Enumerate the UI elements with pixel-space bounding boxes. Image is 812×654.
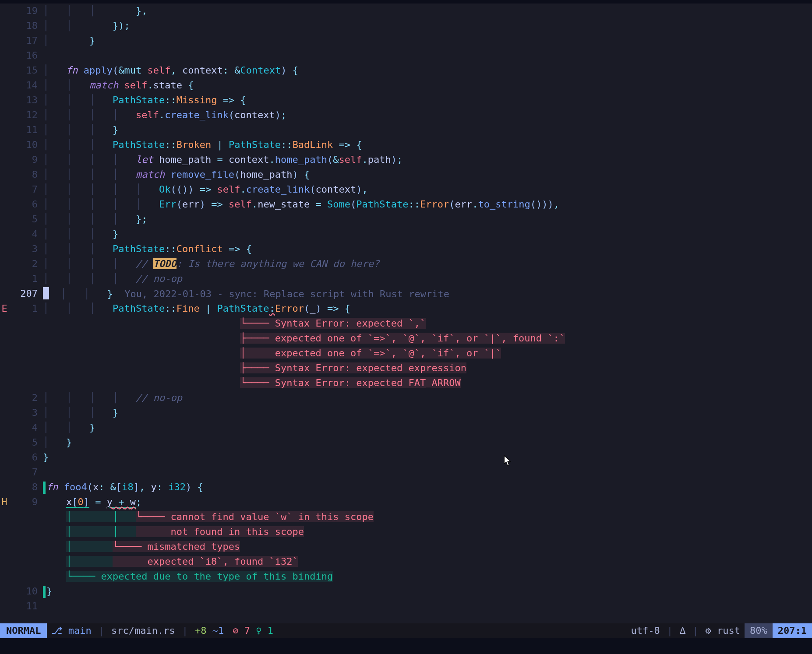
code-line[interactable]: 4│ │ │ } — [0, 227, 812, 242]
code-line[interactable]: └──── expected due to the type of this b… — [0, 569, 812, 584]
code-line[interactable]: 18│ │ }); — [0, 18, 812, 33]
code-line[interactable]: 1│ │ │ │ // no-op — [0, 271, 812, 286]
code-content[interactable]: x[0] = y + w; — [43, 495, 812, 510]
code-line[interactable]: 4│ │ } — [0, 420, 812, 435]
code-content[interactable]: │ │ │ │ let home_path = context.home_pat… — [43, 152, 812, 167]
code-content[interactable]: │ │ │ PathState::Broken | PathState::Bad… — [43, 137, 812, 152]
code-content[interactable]: │ │ not found in this scope — [43, 524, 812, 539]
code-line[interactable]: 3│ │ │ PathState::Conflict => { — [0, 242, 812, 257]
code-content[interactable]: └──── Syntax Error: expected FAT_ARROW — [43, 376, 812, 390]
code-content[interactable]: │ fn apply(&mut self, context: &Context)… — [43, 63, 812, 78]
code-content[interactable]: │ │ │ │ // TODO: Is there anything we CA… — [43, 257, 812, 271]
code-line[interactable]: │ │ └──── cannot find value `w` in this … — [0, 510, 812, 524]
line-number: 12 — [9, 108, 43, 123]
code-content[interactable] — [43, 465, 812, 480]
code-content[interactable]: │ │ │ } — [43, 123, 812, 137]
git-branch: ⎇ main — [47, 623, 95, 638]
line-number: 14 — [9, 78, 43, 93]
code-content[interactable]: │ │ └──── cannot find value `w` in this … — [43, 510, 812, 524]
code-line[interactable]: 5│ } — [0, 435, 812, 450]
code-line[interactable]: 6} — [0, 450, 812, 465]
code-content[interactable]: │ │ } — [43, 420, 812, 435]
code-content[interactable]: │ │ │ } — [43, 227, 812, 242]
code-line[interactable]: ├──── Syntax Error: expected expression — [0, 361, 812, 376]
code-line[interactable]: 11│ │ │ } — [0, 123, 812, 137]
code-line[interactable]: 2│ │ │ │ // TODO: Is there anything we C… — [0, 257, 812, 271]
code-content[interactable]: } — [43, 450, 812, 465]
code-line[interactable]: H9 x[0] = y + w; — [0, 495, 812, 510]
code-line[interactable]: E1│ │ │ PathState::Fine | PathState:Erro… — [0, 301, 812, 316]
code-content[interactable]: │ │ │ │ │ Ok(()) => self.create_link(con… — [43, 182, 812, 197]
code-content[interactable]: │ │ │ PathState::Conflict => { — [43, 242, 812, 257]
code-line[interactable]: 5│ │ │ │ }; — [0, 212, 812, 227]
code-line[interactable]: │ expected `i8`, found `i32` — [0, 554, 812, 569]
code-content[interactable]: │ │ │ }, — [43, 4, 812, 18]
code-content[interactable]: fn foo4(x: &[i8], y: i32) { — [43, 480, 812, 495]
code-content[interactable]: │ │ } You, 2022-01-03 - sync: Replace sc… — [43, 286, 812, 301]
code-content[interactable]: ├──── expected one of `=>`, `@`, `if`, o… — [43, 331, 812, 346]
code-content[interactable] — [43, 48, 812, 63]
sign-column — [0, 93, 9, 108]
code-line[interactable]: │ │ not found in this scope — [0, 524, 812, 539]
editor-window: 19│ │ │ },18│ │ });17│ }1615│ fn apply(&… — [0, 0, 812, 654]
code-content[interactable]: │ └──── mismatched types — [43, 539, 812, 554]
code-content[interactable]: │ │ │ │ }; — [43, 212, 812, 227]
code-line[interactable]: 10│ │ │ PathState::Broken | PathState::B… — [0, 137, 812, 152]
code-line[interactable]: 17│ } — [0, 33, 812, 48]
code-line[interactable]: 11 — [0, 599, 812, 614]
code-content[interactable]: } — [43, 584, 812, 599]
code-line[interactable]: └──── Syntax Error: expected FAT_ARROW — [0, 376, 812, 390]
code-content[interactable] — [43, 599, 812, 614]
code-line[interactable]: 207 │ │ } You, 2022-01-03 - sync: Replac… — [0, 286, 812, 301]
scroll-percent: 80% — [745, 623, 773, 638]
code-line[interactable]: ├──── expected one of `=>`, `@`, `if`, o… — [0, 331, 812, 346]
code-line[interactable]: 10} — [0, 584, 812, 599]
code-content[interactable]: │ │ │ PathState::Fine | PathState:Error(… — [43, 301, 812, 316]
code-line[interactable]: 16 — [0, 48, 812, 63]
code-content[interactable]: │ │ │ │ │ Err(err) => self.new_state = S… — [43, 197, 812, 212]
code-line[interactable]: 7│ │ │ │ │ Ok(()) => self.create_link(co… — [0, 182, 812, 197]
code-line[interactable]: 13│ │ │ PathState::Missing => { — [0, 93, 812, 108]
command-line[interactable] — [0, 638, 812, 654]
line-number: 2 — [9, 257, 43, 271]
code-content[interactable]: │ │ │ │ // no-op — [43, 390, 812, 405]
code-line[interactable]: 12│ │ │ │ self.create_link(context); — [0, 108, 812, 123]
code-content[interactable]: │ } — [43, 33, 812, 48]
code-line[interactable]: 3│ │ │ } — [0, 405, 812, 420]
code-line[interactable]: │ └──── mismatched types — [0, 539, 812, 554]
line-number: 9 — [9, 495, 43, 510]
code-line[interactable]: 15│ fn apply(&mut self, context: &Contex… — [0, 63, 812, 78]
hint-icon: ♀ — [256, 623, 261, 638]
code-line[interactable]: 9│ │ │ │ let home_path = context.home_pa… — [0, 152, 812, 167]
code-content[interactable]: │ │ │ PathState::Missing => { — [43, 93, 812, 108]
code-line[interactable]: │ expected one of `=>`, `@`, `if`, or `|… — [0, 346, 812, 361]
code-line[interactable]: 6│ │ │ │ │ Err(err) => self.new_state = … — [0, 197, 812, 212]
code-content[interactable]: ├──── Syntax Error: expected expression — [43, 361, 812, 376]
line-number — [9, 569, 43, 584]
code-content[interactable]: │ │ │ │ match remove_file(home_path) { — [43, 167, 812, 182]
code-line[interactable]: 2│ │ │ │ // no-op — [0, 390, 812, 405]
sign-column — [0, 182, 9, 197]
code-content[interactable]: │ expected one of `=>`, `@`, `if`, or `|… — [43, 346, 812, 361]
code-line[interactable]: 7 — [0, 465, 812, 480]
code-line[interactable]: 8fn foo4(x: &[i8], y: i32) { — [0, 480, 812, 495]
code-line[interactable]: └──── Syntax Error: expected `,` — [0, 316, 812, 331]
code-content[interactable]: │ │ }); — [43, 18, 812, 33]
code-line[interactable]: 8│ │ │ │ match remove_file(home_path) { — [0, 167, 812, 182]
sign-column — [0, 4, 9, 18]
code-content[interactable]: │ │ │ │ self.create_link(context); — [43, 108, 812, 123]
code-line[interactable]: 14│ │ match self.state { — [0, 78, 812, 93]
code-content[interactable]: │ │ │ } — [43, 405, 812, 420]
code-content[interactable]: └──── expected due to the type of this b… — [43, 569, 812, 584]
sign-column — [0, 286, 9, 301]
code-area[interactable]: 19│ │ │ },18│ │ });17│ }1615│ fn apply(&… — [0, 4, 812, 623]
code-content[interactable]: │ expected `i8`, found `i32` — [43, 554, 812, 569]
code-content[interactable]: └──── Syntax Error: expected `,` — [43, 316, 812, 331]
code-content[interactable]: │ │ │ │ // no-op — [43, 271, 812, 286]
line-number — [9, 510, 43, 524]
git-diff: +8 ~1 — [191, 623, 228, 638]
line-number: 8 — [9, 167, 43, 182]
code-content[interactable]: │ │ match self.state { — [43, 78, 812, 93]
code-content[interactable]: │ } — [43, 435, 812, 450]
code-line[interactable]: 19│ │ │ }, — [0, 4, 812, 18]
